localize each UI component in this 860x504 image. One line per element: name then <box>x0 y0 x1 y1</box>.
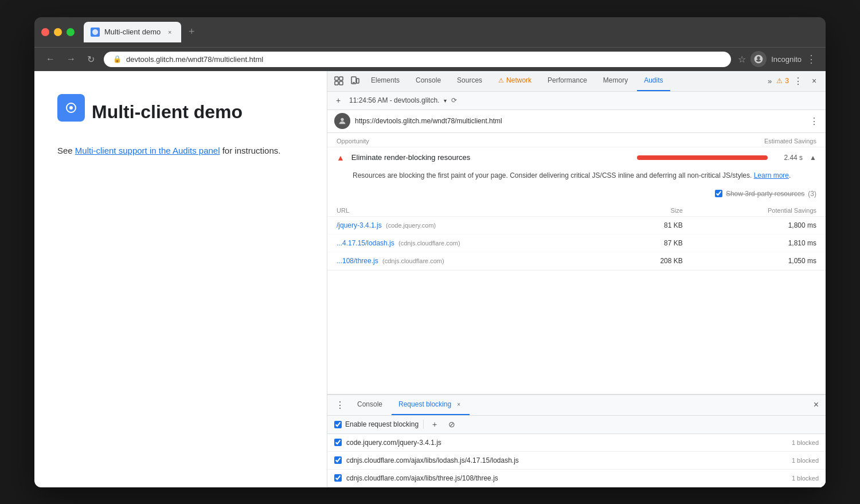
bottom-tab-request-blocking[interactable]: Request blocking × <box>392 394 470 415</box>
resource-url-cell[interactable]: /jquery-3.4.1.js (code.jquery.com) <box>327 216 611 234</box>
resource-size-cell: 208 KB <box>611 252 692 269</box>
bottom-tab-close-button[interactable]: × <box>455 400 463 408</box>
bottom-panel-more-button[interactable]: ⋮ <box>332 397 348 413</box>
reload-audit-button[interactable]: ⟳ <box>451 96 457 104</box>
resource-size-cell: 81 KB <box>611 216 692 234</box>
tab-label: Multi-client demo <box>104 28 161 36</box>
devtools-toolbar-right: » ⚠ 3 ⋮ × <box>765 74 821 88</box>
opportunity-chevron[interactable]: ▲ <box>810 154 816 162</box>
content-area: Multi-client demo See Multi-client suppo… <box>34 71 826 487</box>
savings-column-label: Estimated Savings <box>764 138 816 144</box>
audit-timestamp: 11:24:56 AM - devtools.glitch. <box>349 96 439 104</box>
devtools-settings-button[interactable]: ⋮ <box>791 74 805 88</box>
opportunity-title-row[interactable]: ▲ Eliminate render-blocking resources 2.… <box>327 147 826 168</box>
tab-sources-label: Sources <box>457 76 482 84</box>
audit-avatar <box>334 113 350 129</box>
description-before: See <box>57 146 75 155</box>
enable-request-blocking-checkbox-row: Enable request blocking <box>334 420 419 428</box>
opportunity-warning-icon: ▲ <box>337 153 345 162</box>
svg-rect-7 <box>339 81 343 85</box>
more-tabs-button[interactable]: » <box>765 77 774 85</box>
request-block-item: cdnjs.cloudflare.com/ajax/libs/three.js/… <box>327 470 826 487</box>
request-block-checkbox[interactable] <box>334 439 342 446</box>
resource-row: ...108/three.js (cdnjs.cloudflare.com) 2… <box>327 252 826 269</box>
timestamp-dropdown[interactable]: ▾ <box>444 97 447 104</box>
col-url: URL <box>327 205 611 217</box>
learn-more-link[interactable]: Learn more <box>754 171 789 179</box>
resource-url: ...4.17.15/lodash.js <box>337 239 394 247</box>
third-party-label: Show 3rd-party resources <box>726 190 804 198</box>
add-audit-button[interactable]: + <box>332 94 345 107</box>
page-content: Multi-client demo See Multi-client suppo… <box>34 71 327 487</box>
tab-performance-label: Performance <box>548 76 587 84</box>
third-party-checkbox-row: Show 3rd-party resources (3) <box>327 187 826 202</box>
opportunity-description: Resources are blocking the first paint o… <box>327 168 826 187</box>
traffic-lights <box>41 28 75 36</box>
maximize-traffic-light[interactable] <box>67 28 75 36</box>
devtools-tab-performance[interactable]: Performance <box>541 71 594 92</box>
resource-domain: (cdnjs.cloudflare.com) <box>382 257 444 264</box>
devtools-inspect-button[interactable] <box>332 74 346 88</box>
back-button[interactable]: ← <box>44 52 57 67</box>
rb-separator <box>423 420 424 429</box>
audit-url-bar: https://devtools.glitch.me/wndt78/multic… <box>327 110 826 133</box>
close-traffic-light[interactable] <box>41 28 49 36</box>
add-pattern-button[interactable]: + <box>428 418 441 431</box>
request-block-list: code.jquery.com/jquery-3.4.1.js 1 blocke… <box>327 434 826 487</box>
warning-count: 3 <box>785 77 789 85</box>
devtools-tab-audits[interactable]: Audits <box>637 71 670 92</box>
bottom-panel-close-button[interactable]: × <box>811 397 821 412</box>
devtools-tab-elements[interactable]: Elements <box>364 71 406 92</box>
reload-button[interactable]: ↻ <box>85 52 97 67</box>
resource-savings-cell: 1,810 ms <box>692 234 826 252</box>
audit-more-button[interactable]: ⋮ <box>810 116 819 127</box>
devtools-tab-network[interactable]: ⚠ Network <box>491 71 538 92</box>
network-warning-icon: ⚠ <box>498 77 504 84</box>
audits-link[interactable]: Multi-client support in the Audits panel <box>75 146 220 155</box>
opportunity-name: Eliminate render-blocking resources <box>351 153 631 162</box>
description-after: for instructions. <box>220 146 281 155</box>
svg-rect-4 <box>335 77 338 80</box>
warning-icon: ⚠ <box>776 77 783 85</box>
browser-more-button[interactable]: ⋮ <box>806 53 816 65</box>
opportunity-column-label: Opportunity <box>337 138 369 144</box>
devtools-tab-memory[interactable]: Memory <box>596 71 635 92</box>
devtools-toolbar: Elements Console Sources ⚠ Network Perfo… <box>327 71 826 92</box>
devtools-close-button[interactable]: × <box>807 74 821 88</box>
forward-button[interactable]: → <box>64 52 78 67</box>
svg-point-11 <box>341 118 343 121</box>
bottom-panel-tabs: ⋮ Console Request blocking × × <box>327 395 826 416</box>
tab-close-button[interactable]: × <box>165 28 174 37</box>
request-block-checkbox[interactable] <box>334 456 342 464</box>
browser-window: Multi-client demo × + ← → ↻ 🔒 devtools.g… <box>34 17 826 487</box>
block-icon-button[interactable]: ⊘ <box>445 418 458 431</box>
enable-request-blocking-checkbox[interactable] <box>334 421 342 428</box>
browser-tab[interactable]: Multi-client demo × <box>84 22 181 42</box>
star-button[interactable]: ☆ <box>738 54 746 65</box>
minimize-traffic-light[interactable] <box>54 28 62 36</box>
resource-url: /jquery-3.4.1.js <box>337 221 382 229</box>
opportunity-row: ▲ Eliminate render-blocking resources 2.… <box>327 147 826 271</box>
new-tab-button[interactable]: + <box>183 24 200 40</box>
resource-table: URL Size Potential Savings /jquery-3.4.1… <box>327 205 826 270</box>
tab-elements-label: Elements <box>371 76 400 84</box>
resource-url-cell[interactable]: ...4.17.15/lodash.js (cdnjs.cloudflare.c… <box>327 234 611 252</box>
address-bar: ← → ↻ 🔒 devtools.glitch.me/wndt78/multic… <box>34 47 826 71</box>
devtools-device-button[interactable] <box>348 74 362 88</box>
bottom-tab-console-label: Console <box>357 400 382 408</box>
bottom-tab-console[interactable]: Console <box>350 394 389 415</box>
devtools-tab-sources[interactable]: Sources <box>450 71 489 92</box>
lock-icon: 🔒 <box>113 55 122 63</box>
svg-point-3 <box>69 106 73 110</box>
opportunity-description-text: Resources are blocking the first paint o… <box>353 171 752 179</box>
address-input[interactable]: 🔒 devtools.glitch.me/wndt78/multiclient.… <box>104 52 731 67</box>
address-text: devtools.glitch.me/wndt78/multiclient.ht… <box>126 55 263 64</box>
incognito-label: Incognito <box>771 55 802 64</box>
tab-favicon <box>91 28 100 37</box>
devtools-tab-console[interactable]: Console <box>409 71 448 92</box>
request-block-checkbox[interactable] <box>334 474 342 482</box>
resource-url-cell[interactable]: ...108/three.js (cdnjs.cloudflare.com) <box>327 252 611 269</box>
devtools-subbar: + 11:24:56 AM - devtools.glitch. ▾ ⟳ <box>327 92 826 110</box>
request-block-url: code.jquery.com/jquery-3.4.1.js <box>346 439 787 447</box>
third-party-checkbox[interactable] <box>715 190 722 197</box>
